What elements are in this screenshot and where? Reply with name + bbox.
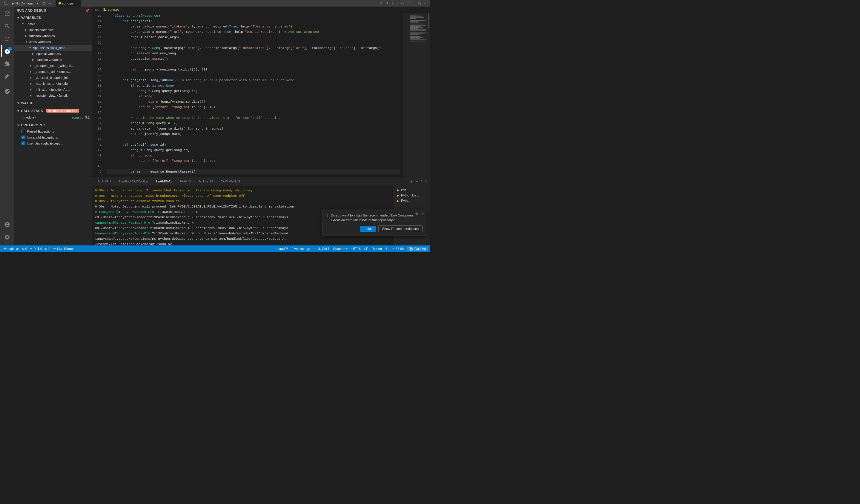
run-debug-icon[interactable]: 1: [1, 45, 13, 57]
live-share-item[interactable]: ⇦ Live Share: [53, 247, 73, 251]
explorer-icon[interactable]: [1, 8, 13, 20]
has-fr-route-item[interactable]: ▶ _has_fr_route: <functio...: [14, 81, 92, 87]
code-line-29: def get(self, song_id=None): # Add song_…: [107, 78, 400, 83]
panel-maximize-icon[interactable]: ⌃: [420, 179, 423, 184]
sidebar-actions: 📌: [85, 8, 90, 13]
function-vars-item[interactable]: ▶ function variables: [14, 33, 92, 39]
debug-console-tab[interactable]: DEBUG CONSOLE: [116, 177, 152, 186]
variables-arrow: ▼: [17, 16, 20, 19]
more-actions[interactable]: ⋯: [424, 1, 428, 5]
raised-exceptions-checkbox[interactable]: [22, 130, 25, 133]
output-tab[interactable]: OUTPUT: [94, 177, 115, 186]
code-line-25: db.session.commit(): [107, 56, 400, 61]
python-debug-label: Python De...: [401, 193, 419, 197]
code-content[interactable]: class SongAPI(Resource): def post(self):…: [104, 13, 403, 177]
terminal-session-python-debug[interactable]: ▶ Python De...: [395, 192, 430, 198]
uncaught-exceptions-checkbox[interactable]: ✓: [22, 135, 25, 139]
debug-continue[interactable]: ⟳: [379, 1, 383, 5]
tab-bar: R... ▶ No Configur... ▾ ⚙ ⋯ song.py ×: [2, 0, 81, 6]
line-numbers: 1314192021 2223242526 2728293031 3233343…: [92, 13, 104, 177]
sync-icon: ⟳: [16, 247, 18, 251]
encoding-item[interactable]: UTF-8: [352, 247, 361, 250]
panel-tabs: OUTPUT DEBUG CONSOLE TERMINAL PORTS GITL…: [92, 177, 430, 186]
branch-item[interactable]: ⎇ main ⟳: [2, 247, 18, 251]
code-line-28: [107, 72, 400, 78]
settings-icon[interactable]: ⚙: [42, 1, 46, 6]
panel-more-icon[interactable]: ⋯: [414, 179, 418, 184]
debug-step-in[interactable]: ↓: [391, 1, 393, 5]
editor-tab-song[interactable]: song.py ×: [56, 0, 81, 6]
split-editor[interactable]: ⧉: [418, 1, 421, 5]
callstack-badge: No module named '...: [46, 109, 79, 113]
language-item[interactable]: Python: [372, 247, 382, 250]
init-app-item[interactable]: ▶ _init_app: <function Ap...: [14, 87, 92, 92]
position-item[interactable]: Ln 3, Col 1: [314, 247, 330, 250]
variables-section-header[interactable]: ▼ VARIABLES: [14, 14, 92, 21]
blueprint-item[interactable]: ▶ _blueprint_setup_add_url...: [14, 63, 92, 69]
uncaught-exceptions-bp[interactable]: ✓ Uncaught Exceptions: [14, 134, 92, 140]
code-line-40: [107, 137, 400, 142]
warning-icon: ⚠: [30, 247, 32, 251]
deferred-blueprint-item[interactable]: ▶ _deferred_blueprint_init:: [14, 75, 92, 81]
panel-close-icon[interactable]: ✕: [425, 179, 428, 184]
user-item[interactable]: lmaad08, 2 weeks ago: [276, 247, 310, 250]
notification-gear-icon[interactable]: ⚙: [415, 212, 418, 216]
complete-url-item[interactable]: ▶ _complete_url: <functio...: [14, 69, 92, 75]
terminal-session-zsh[interactable]: ▶ zsh: [395, 187, 430, 192]
debug-step-out[interactable]: ↑: [396, 1, 398, 5]
class-vars-item[interactable]: ▼ class variables: [14, 39, 92, 45]
install-button[interactable]: Install: [360, 226, 376, 232]
run-icon[interactable]: R...: [2, 1, 8, 5]
code-line-22: [107, 40, 400, 45]
code-line-42: song = Song.query.get(song_id): [107, 147, 400, 153]
watch-section-header[interactable]: ▼ WATCH: [14, 100, 92, 106]
breadcrumb-songpy[interactable]: 🐍 song.py: [103, 8, 119, 12]
go-live-icon: 📡: [409, 247, 413, 251]
python-version-item[interactable]: 3.11.4 64-bit: [386, 247, 404, 250]
spaces-item[interactable]: Spaces: 4: [333, 247, 348, 250]
comments-tab[interactable]: COMMENTS: [217, 177, 244, 186]
terminal-line-4: 0.00s - Note: Debugging will proceed. Se…: [95, 204, 391, 209]
tab-close[interactable]: ×: [76, 2, 78, 5]
go-live-item[interactable]: 📡 Go Live: [407, 247, 428, 251]
accounts-icon[interactable]: [1, 218, 13, 231]
api-class-item[interactable]: ▼ Api: <class 'flask_restf...: [14, 45, 92, 51]
remote-explorer-icon[interactable]: [1, 85, 13, 97]
extensions-icon[interactable]: [1, 58, 13, 70]
add-terminal-icon[interactable]: +: [410, 179, 413, 184]
more-icon[interactable]: ⋯: [47, 1, 51, 6]
terminal-tab[interactable]: TERMINAL: [152, 177, 176, 186]
breakpoints-section-header[interactable]: ▼ BREAKPOINTS: [14, 122, 92, 128]
code-line-38: songs_data = [song.to_dict() for song in…: [107, 126, 400, 131]
settings-icon[interactable]: [1, 231, 13, 243]
special-vars-item[interactable]: ▶ special variables: [14, 27, 92, 33]
no-config-button[interactable]: ▶ No Configur... ▾: [10, 1, 40, 6]
debug-step-over[interactable]: ↷: [386, 1, 388, 5]
source-control-icon[interactable]: [1, 33, 13, 45]
code-line-27: return jsonify(new_song.to_dict()), 201: [107, 67, 400, 72]
errors-item[interactable]: ✕ 0 ⚠ 0 ℹ 0 ✉ 0: [22, 247, 51, 251]
eol-item[interactable]: LF: [364, 247, 368, 250]
locals-item[interactable]: ▼ Locals: [14, 21, 92, 27]
terminal-session-python[interactable]: ▶ Python: [395, 198, 430, 203]
callstack-section-header[interactable]: ▼ CALL STACK No module named '...: [14, 107, 92, 114]
register-view-item[interactable]: ▶ _register_view: <functi...: [14, 92, 92, 99]
gitlens-tab[interactable]: GITLENS: [196, 177, 217, 186]
pin-icon[interactable]: 📌: [85, 8, 90, 13]
api-special-vars[interactable]: ▶ special variables: [14, 51, 92, 57]
breadcrumb-api[interactable]: api: [95, 8, 99, 12]
callstack-module-item[interactable]: <module> song.py 3:1: [14, 114, 92, 121]
show-recommendations-button[interactable]: Show Recommendations: [378, 226, 422, 232]
debug-stop[interactable]: ⬛: [407, 1, 412, 5]
raised-exceptions-bp[interactable]: Raised Exceptions: [14, 128, 92, 134]
testing-icon[interactable]: [1, 70, 13, 83]
api-function-vars[interactable]: ▶ function variables: [14, 57, 92, 63]
code-line-36: # Handle the case when no song_id is pro…: [107, 115, 400, 121]
search-icon[interactable]: [1, 20, 13, 32]
user-uncaught-checkbox[interactable]: ✓: [22, 142, 25, 145]
ports-tab[interactable]: PORTS: [176, 177, 195, 186]
debug-restart[interactable]: ↺: [401, 1, 404, 5]
notification-close-icon[interactable]: ✕: [421, 212, 424, 216]
user-uncaught-bp[interactable]: ✓ User Uncaught Excepti...: [14, 140, 92, 146]
breadcrumb-more[interactable]: ...: [123, 8, 126, 12]
